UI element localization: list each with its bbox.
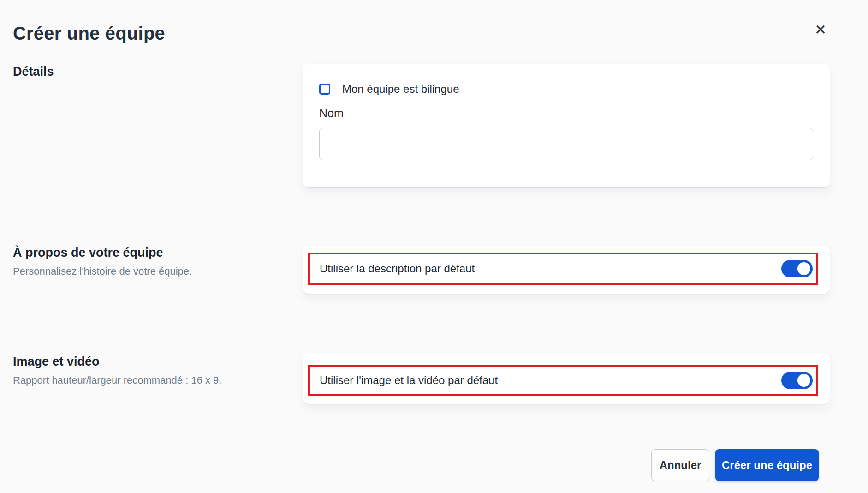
create-team-button[interactable]: Créer une équipe <box>715 449 819 481</box>
close-icon[interactable]: ✕ <box>807 17 834 43</box>
section-subtitle-about: Personnalisez l'histoire de votre équipe… <box>13 265 192 278</box>
bilingual-checkbox[interactable] <box>319 84 330 95</box>
use-default-description-toggle[interactable] <box>781 260 813 277</box>
details-card: Mon équipe est bilingue Nom <box>303 64 830 187</box>
name-input[interactable] <box>319 128 813 160</box>
bilingual-checkbox-row[interactable]: Mon équipe est bilingue <box>319 82 459 96</box>
use-default-description-label: Utiliser la description par défaut <box>320 262 475 275</box>
media-card: Utiliser l'image et la vidéo par défaut <box>303 353 830 404</box>
use-default-media-label: Utiliser l'image et la vidéo par défaut <box>320 374 498 387</box>
section-divider <box>10 216 829 216</box>
name-label: Nom <box>319 106 344 120</box>
create-team-modal: Créer une équipe ✕ Détails Mon équipe es… <box>0 0 868 493</box>
about-card: Utiliser la description par défaut <box>303 246 830 294</box>
use-default-media-toggle[interactable] <box>781 372 813 389</box>
page-title: Créer une équipe <box>13 22 165 44</box>
bilingual-checkbox-label[interactable]: Mon équipe est bilingue <box>342 83 459 96</box>
section-divider <box>10 325 829 325</box>
section-subtitle-media: Rapport hauteur/largeur recommandé : 16 … <box>13 374 221 387</box>
top-divider <box>0 5 868 5</box>
section-heading-about: À propos de votre équipe <box>13 245 163 260</box>
toggle-knob <box>797 374 810 387</box>
annotation-highlight-box: Utiliser l'image et la vidéo par défaut <box>308 365 818 396</box>
toggle-knob <box>797 262 810 275</box>
cancel-button[interactable]: Annuler <box>651 449 709 481</box>
annotation-highlight-box: Utiliser la description par défaut <box>308 253 818 285</box>
section-heading-details: Détails <box>13 64 54 79</box>
section-heading-media: Image et vidéo <box>13 354 100 369</box>
